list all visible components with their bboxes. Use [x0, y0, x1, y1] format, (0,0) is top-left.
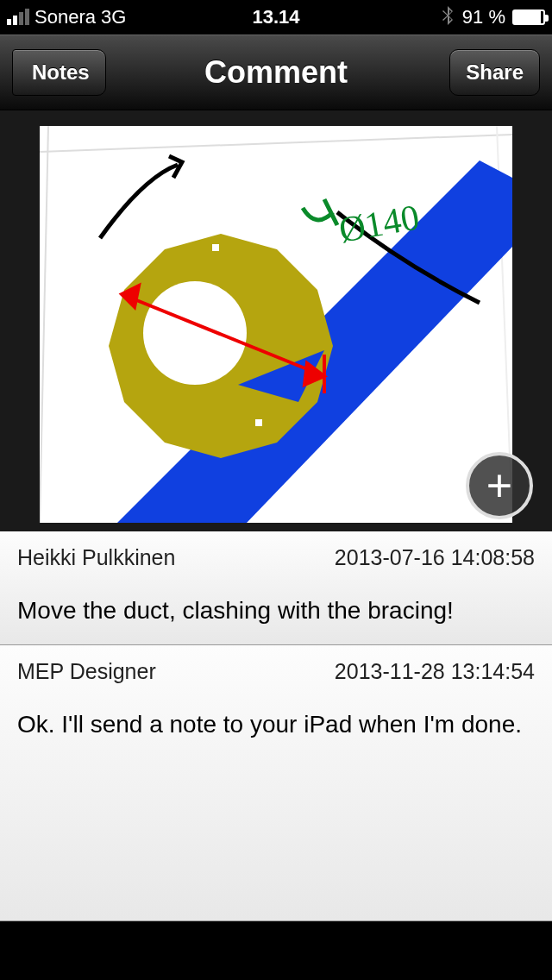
page-title: Comment: [204, 54, 348, 91]
carrier-label: Sonera: [34, 6, 96, 28]
annotation-image[interactable]: Ø140: [40, 126, 512, 523]
comments-list: Heikki Pulkkinen 2013-07-16 14:08:58 Mov…: [0, 531, 552, 921]
comment-timestamp: 2013-07-16 14:08:58: [335, 545, 535, 570]
svg-rect-6: [255, 419, 262, 426]
svg-rect-5: [212, 244, 219, 251]
comment-body: Move the duct, clashing with the bracing…: [17, 594, 535, 627]
status-bar: Sonera 3G 13.14 91 %: [0, 0, 552, 35]
add-button[interactable]: +: [466, 452, 533, 519]
clock: 13.14: [252, 6, 299, 28]
svg-line-1: [40, 126, 48, 523]
svg-point-4: [143, 281, 247, 385]
comment-body: Ok. I'll send a note to your iPad when I…: [17, 708, 535, 741]
network-label: 3G: [101, 6, 126, 28]
comment-author: MEP Designer: [17, 659, 156, 684]
bluetooth-icon: [442, 5, 455, 30]
signal-icon: [7, 9, 29, 25]
battery-icon: [512, 9, 545, 25]
comment-item[interactable]: Heikki Pulkkinen 2013-07-16 14:08:58 Mov…: [0, 531, 552, 645]
share-button[interactable]: Share: [449, 49, 540, 96]
image-area: Ø140 +: [0, 110, 552, 531]
plus-icon: +: [486, 460, 512, 512]
nav-bar: Notes Comment Share: [0, 35, 552, 110]
battery-percent: 91 %: [462, 6, 505, 28]
comment-author: Heikki Pulkkinen: [17, 545, 175, 570]
comment-item[interactable]: MEP Designer 2013-11-28 13:14:54 Ok. I'l…: [0, 645, 552, 921]
comment-timestamp: 2013-11-28 13:14:54: [335, 659, 535, 684]
svg-line-0: [40, 135, 512, 152]
back-button[interactable]: Notes: [12, 49, 106, 96]
